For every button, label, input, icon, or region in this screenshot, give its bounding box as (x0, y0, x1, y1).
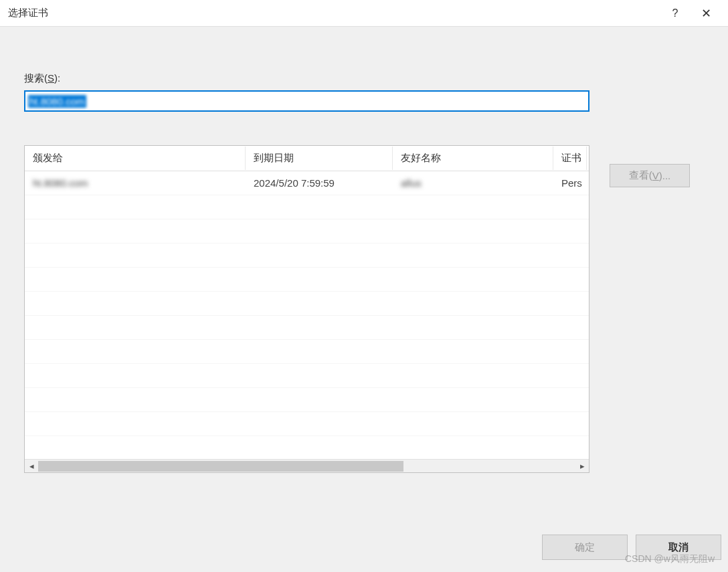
dialog-footer: 确定 取消 (542, 535, 721, 560)
main-column: 搜索(S): ht.8080.com 颁发给 到期日期 友好名称 证书 ht.8… (24, 47, 589, 565)
column-certificate[interactable]: 证书 (553, 147, 587, 170)
cell-friendly-name: allus (393, 173, 553, 193)
certificate-table: 颁发给 到期日期 友好名称 证书 ht.8080.com 2024/5/20 7… (24, 145, 589, 473)
close-button[interactable]: ✕ (691, 0, 721, 27)
search-input-container[interactable]: ht.8080.com (24, 90, 589, 112)
search-label: 搜索(S): (24, 72, 589, 85)
dialog-window: 选择证书 ? ✕ 搜索(S): ht.8080.com 颁发给 到期日期 友好名… (0, 0, 728, 572)
search-selected-text: ht.8080.com (28, 95, 86, 108)
titlebar: 选择证书 ? ✕ (0, 0, 728, 27)
empty-row (25, 316, 589, 340)
empty-row (25, 388, 589, 412)
column-expiry[interactable]: 到期日期 (246, 147, 393, 170)
cell-certificate: Pers (553, 173, 587, 193)
scroll-thumb[interactable] (38, 461, 403, 472)
side-column: 查看(V)... (610, 47, 690, 565)
scroll-left-icon[interactable]: ◂ (25, 460, 38, 473)
search-input[interactable] (86, 93, 585, 109)
view-button[interactable]: 查看(V)... (610, 164, 690, 187)
window-title: 选择证书 (7, 7, 660, 19)
empty-row (25, 219, 589, 244)
ok-button[interactable]: 确定 (542, 535, 628, 560)
empty-row (25, 292, 589, 316)
empty-row (25, 364, 589, 388)
table-row[interactable]: ht.8080.com 2024/5/20 7:59:59 allus Pers (25, 171, 589, 195)
empty-row (25, 268, 589, 292)
cancel-button[interactable]: 取消 (636, 535, 721, 560)
content-area: 搜索(S): ht.8080.com 颁发给 到期日期 友好名称 证书 ht.8… (0, 27, 728, 572)
table-header: 颁发给 到期日期 友好名称 证书 (25, 146, 589, 171)
empty-row (25, 244, 589, 268)
column-friendly-name[interactable]: 友好名称 (393, 147, 553, 170)
scroll-right-icon[interactable]: ▸ (575, 460, 589, 473)
scroll-track[interactable] (38, 460, 575, 473)
column-issued-to[interactable]: 颁发给 (25, 147, 246, 170)
empty-row (25, 195, 589, 219)
help-button[interactable]: ? (660, 0, 691, 27)
empty-row (25, 412, 589, 436)
empty-row (25, 340, 589, 364)
horizontal-scrollbar[interactable]: ◂ ▸ (25, 459, 589, 472)
cell-issued-to: ht.8080.com (25, 173, 246, 193)
table-body: ht.8080.com 2024/5/20 7:59:59 allus Pers (25, 171, 589, 459)
cell-expiry: 2024/5/20 7:59:59 (246, 173, 393, 193)
